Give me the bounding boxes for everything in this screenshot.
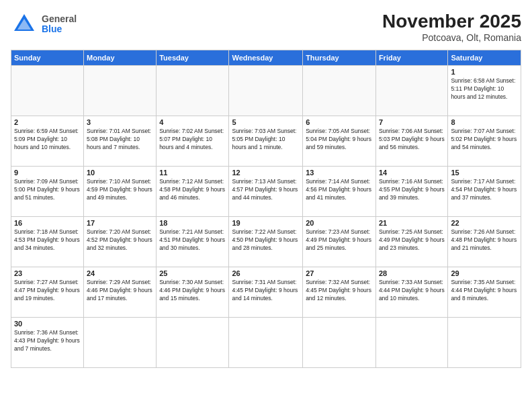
calendar-cell: 10Sunrise: 7:10 AM Sunset: 4:59 PM Dayli… (84, 167, 157, 217)
calendar-cell: 30Sunrise: 7:36 AM Sunset: 4:43 PM Dayli… (11, 318, 84, 368)
calendar-cell: 23Sunrise: 7:27 AM Sunset: 4:47 PM Dayli… (11, 267, 84, 318)
cell-info: Sunrise: 7:03 AM Sunset: 5:05 PM Dayligh… (232, 128, 300, 152)
calendar-cell: 1Sunrise: 6:58 AM Sunset: 5:11 PM Daylig… (448, 66, 521, 116)
calendar-cell: 27Sunrise: 7:32 AM Sunset: 4:45 PM Dayli… (303, 267, 376, 318)
cell-date: 13 (306, 169, 373, 177)
cell-date: 24 (87, 269, 153, 277)
cell-info: Sunrise: 7:29 AM Sunset: 4:46 PM Dayligh… (87, 279, 153, 303)
cell-date: 20 (306, 219, 373, 227)
calendar-cell: 18Sunrise: 7:21 AM Sunset: 4:51 PM Dayli… (157, 217, 229, 267)
cell-info: Sunrise: 7:02 AM Sunset: 5:07 PM Dayligh… (159, 128, 226, 152)
calendar-cell (303, 318, 376, 368)
cell-info: Sunrise: 7:06 AM Sunset: 5:03 PM Dayligh… (379, 128, 445, 152)
logo-blue: Blue (42, 24, 77, 34)
cell-info: Sunrise: 7:13 AM Sunset: 4:57 PM Dayligh… (232, 178, 300, 202)
col-monday: Monday (84, 50, 157, 66)
calendar-cell: 7Sunrise: 7:06 AM Sunset: 5:03 PM Daylig… (375, 116, 447, 167)
calendar-week-0: 1Sunrise: 6:58 AM Sunset: 5:11 PM Daylig… (11, 66, 521, 116)
calendar-cell (229, 66, 303, 116)
cell-info: Sunrise: 7:07 AM Sunset: 5:02 PM Dayligh… (451, 128, 518, 152)
cell-info: Sunrise: 7:16 AM Sunset: 4:55 PM Dayligh… (379, 178, 445, 202)
cell-date: 22 (451, 219, 518, 227)
col-friday: Friday (375, 50, 447, 66)
calendar-table: Sunday Monday Tuesday Wednesday Thursday… (11, 50, 521, 368)
calendar-header-row: Sunday Monday Tuesday Wednesday Thursday… (11, 50, 521, 66)
cell-date: 30 (14, 320, 81, 328)
calendar-cell: 13Sunrise: 7:14 AM Sunset: 4:56 PM Dayli… (303, 167, 376, 217)
cell-info: Sunrise: 6:58 AM Sunset: 5:11 PM Dayligh… (451, 77, 518, 101)
cell-date: 3 (87, 118, 153, 126)
calendar-cell (84, 66, 157, 116)
logo-text: General Blue (42, 14, 77, 35)
cell-info: Sunrise: 7:32 AM Sunset: 4:45 PM Dayligh… (306, 279, 373, 303)
calendar-week-4: 23Sunrise: 7:27 AM Sunset: 4:47 PM Dayli… (11, 267, 521, 318)
logo: General Blue (11, 11, 77, 38)
calendar-cell: 20Sunrise: 7:23 AM Sunset: 4:49 PM Dayli… (303, 217, 376, 267)
col-saturday: Saturday (448, 50, 521, 66)
cell-info: Sunrise: 7:31 AM Sunset: 4:45 PM Dayligh… (232, 279, 300, 303)
cell-date: 8 (451, 118, 518, 126)
col-sunday: Sunday (11, 50, 84, 66)
cell-date: 9 (14, 169, 81, 177)
cell-date: 4 (159, 118, 226, 126)
calendar-week-1: 2Sunrise: 6:59 AM Sunset: 5:09 PM Daylig… (11, 116, 521, 167)
calendar-cell (157, 318, 229, 368)
cell-date: 17 (87, 219, 153, 227)
calendar-cell: 17Sunrise: 7:20 AM Sunset: 4:52 PM Dayli… (84, 217, 157, 267)
calendar-cell: 5Sunrise: 7:03 AM Sunset: 5:05 PM Daylig… (229, 116, 303, 167)
cell-date: 19 (232, 219, 300, 227)
calendar-cell (157, 66, 229, 116)
calendar-cell: 8Sunrise: 7:07 AM Sunset: 5:02 PM Daylig… (448, 116, 521, 167)
cell-info: Sunrise: 7:01 AM Sunset: 5:08 PM Dayligh… (87, 128, 153, 152)
cell-date: 26 (232, 269, 300, 277)
cell-date: 15 (451, 169, 518, 177)
calendar-cell: 21Sunrise: 7:25 AM Sunset: 4:49 PM Dayli… (375, 217, 447, 267)
title-block: November 2025 Potcoava, Olt, Romania (382, 11, 521, 43)
cell-date: 1 (451, 68, 518, 76)
calendar-cell (375, 66, 447, 116)
calendar-cell (11, 66, 84, 116)
calendar-cell (375, 318, 447, 368)
calendar-cell (448, 318, 521, 368)
cell-date: 27 (306, 269, 373, 277)
col-tuesday: Tuesday (157, 50, 229, 66)
cell-date: 16 (14, 219, 81, 227)
location: Potcoava, Olt, Romania (382, 32, 521, 43)
cell-info: Sunrise: 7:17 AM Sunset: 4:54 PM Dayligh… (451, 178, 518, 202)
cell-info: Sunrise: 7:10 AM Sunset: 4:59 PM Dayligh… (87, 178, 153, 202)
calendar-cell: 19Sunrise: 7:22 AM Sunset: 4:50 PM Dayli… (229, 217, 303, 267)
calendar-cell: 3Sunrise: 7:01 AM Sunset: 5:08 PM Daylig… (84, 116, 157, 167)
cell-info: Sunrise: 7:30 AM Sunset: 4:46 PM Dayligh… (159, 279, 226, 303)
calendar-cell: 4Sunrise: 7:02 AM Sunset: 5:07 PM Daylig… (157, 116, 229, 167)
cell-date: 21 (379, 219, 445, 227)
calendar-cell: 24Sunrise: 7:29 AM Sunset: 4:46 PM Dayli… (84, 267, 157, 318)
cell-date: 5 (232, 118, 300, 126)
cell-info: Sunrise: 7:27 AM Sunset: 4:47 PM Dayligh… (14, 279, 81, 303)
calendar-week-2: 9Sunrise: 7:09 AM Sunset: 5:00 PM Daylig… (11, 167, 521, 217)
cell-info: Sunrise: 7:09 AM Sunset: 5:00 PM Dayligh… (14, 178, 81, 202)
cell-info: Sunrise: 7:22 AM Sunset: 4:50 PM Dayligh… (232, 228, 300, 253)
logo-icon (11, 11, 38, 38)
col-thursday: Thursday (303, 50, 376, 66)
calendar-cell: 2Sunrise: 6:59 AM Sunset: 5:09 PM Daylig… (11, 116, 84, 167)
calendar-cell: 16Sunrise: 7:18 AM Sunset: 4:53 PM Dayli… (11, 217, 84, 267)
cell-date: 25 (159, 269, 226, 277)
cell-date: 29 (451, 269, 518, 277)
calendar-cell: 28Sunrise: 7:33 AM Sunset: 4:44 PM Dayli… (375, 267, 447, 318)
cell-info: Sunrise: 6:59 AM Sunset: 5:09 PM Dayligh… (14, 128, 81, 152)
cell-info: Sunrise: 7:18 AM Sunset: 4:53 PM Dayligh… (14, 228, 81, 253)
calendar-cell: 6Sunrise: 7:05 AM Sunset: 5:04 PM Daylig… (303, 116, 376, 167)
cell-info: Sunrise: 7:12 AM Sunset: 4:58 PM Dayligh… (159, 178, 226, 202)
cell-date: 28 (379, 269, 445, 277)
cell-info: Sunrise: 7:20 AM Sunset: 4:52 PM Dayligh… (87, 228, 153, 253)
cell-info: Sunrise: 7:21 AM Sunset: 4:51 PM Dayligh… (159, 228, 226, 253)
cell-info: Sunrise: 7:14 AM Sunset: 4:56 PM Dayligh… (306, 178, 373, 202)
cell-date: 18 (159, 219, 226, 227)
cell-date: 14 (379, 169, 445, 177)
calendar-cell (229, 318, 303, 368)
calendar-cell: 26Sunrise: 7:31 AM Sunset: 4:45 PM Dayli… (229, 267, 303, 318)
col-wednesday: Wednesday (229, 50, 303, 66)
calendar-cell: 29Sunrise: 7:35 AM Sunset: 4:44 PM Dayli… (448, 267, 521, 318)
calendar-cell: 25Sunrise: 7:30 AM Sunset: 4:46 PM Dayli… (157, 267, 229, 318)
cell-date: 7 (379, 118, 445, 126)
